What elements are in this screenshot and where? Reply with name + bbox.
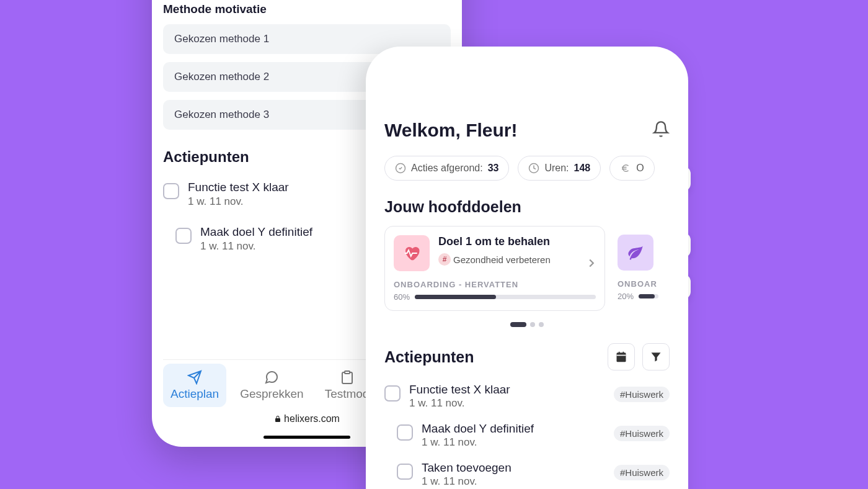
carousel-dot[interactable] [530,322,535,327]
action-body: Functie test X klaar 1 w. 11 nov. [188,181,289,208]
action-checkbox[interactable] [384,385,401,402]
goal-icon-heart [394,235,430,271]
lock-icon [274,415,281,423]
filter-button[interactable] [642,343,670,370]
pill-label: O [636,163,644,174]
pill-label: Uren: [544,163,569,174]
chevron-right-icon [585,256,598,270]
goal-progress-percent: 20% [618,292,634,301]
send-icon [187,370,202,385]
action-checkbox[interactable] [397,424,413,441]
action-body: Maak doel Y definitief 1 w. 11 nov. [200,225,312,253]
goal-progress-fill [415,295,496,299]
action-title: Functie test X klaar [188,181,289,194]
tab-actieplan[interactable]: Actieplan [163,364,226,407]
hash-badge-icon: # [438,253,451,266]
pill-acties-afgerond[interactable]: Acties afgerond: 33 [384,156,509,181]
notifications-button[interactable] [652,120,670,140]
action-body: Functie test X klaar 1 w. 11 nov. [409,383,605,410]
action-date: 1 w. 11 nov. [200,240,312,253]
home-indicator [264,436,350,439]
action-title: Functie test X klaar [409,383,605,397]
goal-progress-label: ONBOARDING - HERVATTEN [394,280,596,289]
calendar-icon [615,351,627,363]
calendar-button[interactable] [608,343,635,370]
goal-progress-label: ONBOAR [618,279,658,289]
pill-value: 33 [488,163,499,174]
action-checkbox[interactable] [175,228,192,244]
pill-euro[interactable]: O [609,156,654,181]
action-date: 1 w. 11 nov. [422,475,605,488]
url-text: helixers.com [284,413,340,424]
clock-icon [528,163,539,174]
pill-value: 148 [574,163,591,174]
action-body: Maak doel Y definitief 1 w. 11 nov. [422,422,605,449]
phone-right-content: Welkom, Fleur! Acties afgerond: 33 Uren:… [366,47,688,488]
action-item[interactable]: Taken toevoegen 1 w. 11 nov. #Huiswerk [384,461,670,488]
goal-progress-percent: 60% [394,292,410,302]
goal-progress-row: 60% [394,292,596,302]
action-body: Taken toevoegen 1 w. 11 nov. [422,461,605,488]
pill-label: Acties afgerond: [411,163,483,174]
action-badge: #Huiswerk [614,387,670,402]
svg-rect-0 [345,371,350,374]
pill-uren[interactable]: Uren: 148 [518,156,601,181]
actiepunten-heading: Actiepunten [384,348,474,366]
filter-icon [650,351,662,363]
action-checkbox[interactable] [397,464,413,480]
chat-icon [264,370,279,385]
goal-title: Doel 1 om te behalen [438,235,551,248]
carousel-dots[interactable] [384,322,670,327]
leaf-icon [627,244,644,261]
goal-progress-bar [639,294,658,298]
heart-pulse-icon [402,244,421,262]
actiepunten-header-buttons [608,343,670,370]
action-date: 1 w. 11 nov. [422,436,605,449]
stats-pills[interactable]: Acties afgerond: 33 Uren: 148 O [384,156,670,181]
action-checkbox[interactable] [163,183,179,199]
check-circle-icon [395,163,406,174]
goal-progress-fill [639,294,655,298]
goal-progress-bar [415,295,596,299]
goal-progress-row: 20% [618,292,658,301]
action-title: Taken toevoegen [422,461,605,475]
action-title: Maak doel Y definitief [422,422,605,436]
goals-carousel[interactable]: Doel 1 om te behalen # Gezondheid verbet… [384,226,670,311]
action-item[interactable]: Maak doel Y definitief 1 w. 11 nov. #Hui… [384,422,670,449]
tab-label: Gesprekken [240,387,303,401]
action-title: Maak doel Y definitief [200,225,312,239]
euro-icon [620,163,631,174]
goal-card-1[interactable]: Doel 1 om te behalen # Gezondheid verbet… [384,226,605,311]
phone-mockup-right: Welkom, Fleur! Acties afgerond: 33 Uren:… [366,47,688,489]
header-row: Welkom, Fleur! [384,120,670,141]
goal-card-2[interactable]: ONBOAR 20% [618,226,667,311]
goal-open-button[interactable] [585,256,598,272]
goal-icon-leaf [618,235,653,271]
clipboard-icon [340,370,355,385]
action-date: 1 w. 11 nov. [409,397,605,410]
action-badge: #Huiswerk [614,426,670,441]
methode-heading: Methode motivatie [163,2,451,16]
tab-label: Actieplan [170,387,219,401]
carousel-dot[interactable] [539,322,544,327]
goal-top: Doel 1 om te behalen # Gezondheid verbet… [394,235,596,271]
tab-gesprekken[interactable]: Gesprekken [232,364,311,407]
welcome-title: Welkom, Fleur! [384,120,517,141]
goal-text: Doel 1 om te behalen # Gezondheid verbet… [438,235,551,266]
carousel-dot-active[interactable] [510,322,526,327]
action-badge: #Huiswerk [614,465,670,480]
actiepunten-header: Actiepunten [384,343,670,370]
goal-tag-text: Gezondheid verbeteren [453,254,551,265]
goals-heading: Jouw hoofddoelen [384,198,670,216]
bell-icon [652,120,670,138]
tab-label: Testmod [325,387,370,401]
action-item[interactable]: Functie test X klaar 1 w. 11 nov. #Huisw… [384,383,670,410]
goal-tag: # Gezondheid verbeteren [438,253,551,266]
action-date: 1 w. 11 nov. [188,195,289,208]
